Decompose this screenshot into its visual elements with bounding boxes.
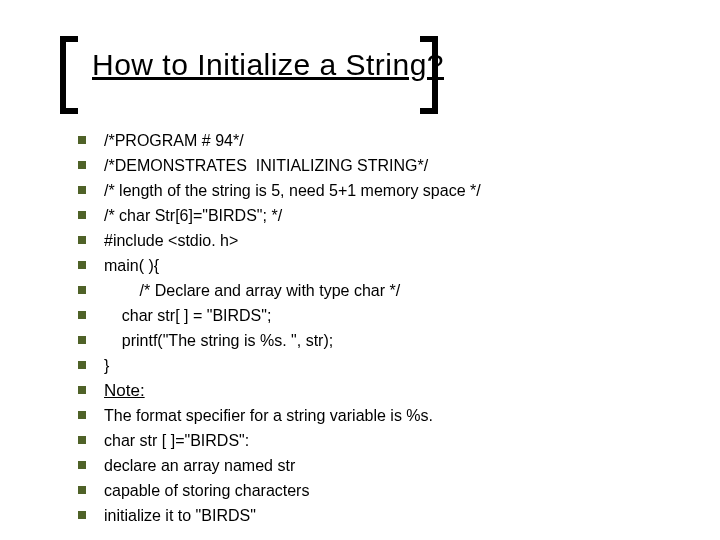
slide: How to Initialize a String? /*PROGRAM # … (0, 0, 720, 540)
square-bullet-icon (78, 261, 86, 269)
note-label: Note: (104, 380, 678, 401)
square-bullet-icon (78, 186, 86, 194)
list-item-text: declare an array named str (104, 455, 678, 476)
list-item: #include <stdio. h> (78, 230, 678, 251)
title-bracket-right (420, 36, 438, 114)
square-bullet-icon (78, 211, 86, 219)
square-bullet-icon (78, 136, 86, 144)
square-bullet-icon (78, 461, 86, 469)
list-item: } (78, 355, 678, 376)
list-item-text: /* length of the string is 5, need 5+1 m… (104, 180, 678, 201)
list-item-text: initialize it to "BIRDS" (104, 505, 678, 526)
square-bullet-icon (78, 486, 86, 494)
list-item-text: main( ){ (104, 255, 678, 276)
list-item-text: /* char Str[6]="BIRDS"; */ (104, 205, 678, 226)
list-item-text: capable of storing characters (104, 480, 678, 501)
list-item-text: char str [ ]="BIRDS": (104, 430, 678, 451)
list-item-text: /*PROGRAM # 94*/ (104, 130, 678, 151)
list-item: /*DEMONSTRATES INITIALIZING STRING*/ (78, 155, 678, 176)
list-item: Note: (78, 380, 678, 401)
list-item-text: /* Declare and array with type char */ (104, 280, 678, 301)
square-bullet-icon (78, 161, 86, 169)
square-bullet-icon (78, 286, 86, 294)
square-bullet-icon (78, 361, 86, 369)
list-item: declare an array named str (78, 455, 678, 476)
slide-body: /*PROGRAM # 94*//*DEMONSTRATES INITIALIZ… (78, 130, 678, 530)
list-item-text: char str[ ] = "BIRDS"; (104, 305, 678, 326)
square-bullet-icon (78, 336, 86, 344)
list-item: initialize it to "BIRDS" (78, 505, 678, 526)
square-bullet-icon (78, 386, 86, 394)
square-bullet-icon (78, 436, 86, 444)
square-bullet-icon (78, 236, 86, 244)
list-item: /* length of the string is 5, need 5+1 m… (78, 180, 678, 201)
list-item: /*PROGRAM # 94*/ (78, 130, 678, 151)
list-item-text: printf("The string is %s. ", str); (104, 330, 678, 351)
list-item: char str [ ]="BIRDS": (78, 430, 678, 451)
square-bullet-icon (78, 511, 86, 519)
list-item: The format specifier for a string variab… (78, 405, 678, 426)
slide-title: How to Initialize a String? (92, 48, 444, 82)
list-item-text: #include <stdio. h> (104, 230, 678, 251)
square-bullet-icon (78, 311, 86, 319)
list-item-text: } (104, 355, 678, 376)
list-item-text: /*DEMONSTRATES INITIALIZING STRING*/ (104, 155, 678, 176)
list-item: capable of storing characters (78, 480, 678, 501)
square-bullet-icon (78, 411, 86, 419)
title-bracket-left (60, 36, 78, 114)
list-item: /* char Str[6]="BIRDS"; */ (78, 205, 678, 226)
list-item: printf("The string is %s. ", str); (78, 330, 678, 351)
list-item-text: The format specifier for a string variab… (104, 405, 678, 426)
list-item: main( ){ (78, 255, 678, 276)
list-item: char str[ ] = "BIRDS"; (78, 305, 678, 326)
list-item: /* Declare and array with type char */ (78, 280, 678, 301)
